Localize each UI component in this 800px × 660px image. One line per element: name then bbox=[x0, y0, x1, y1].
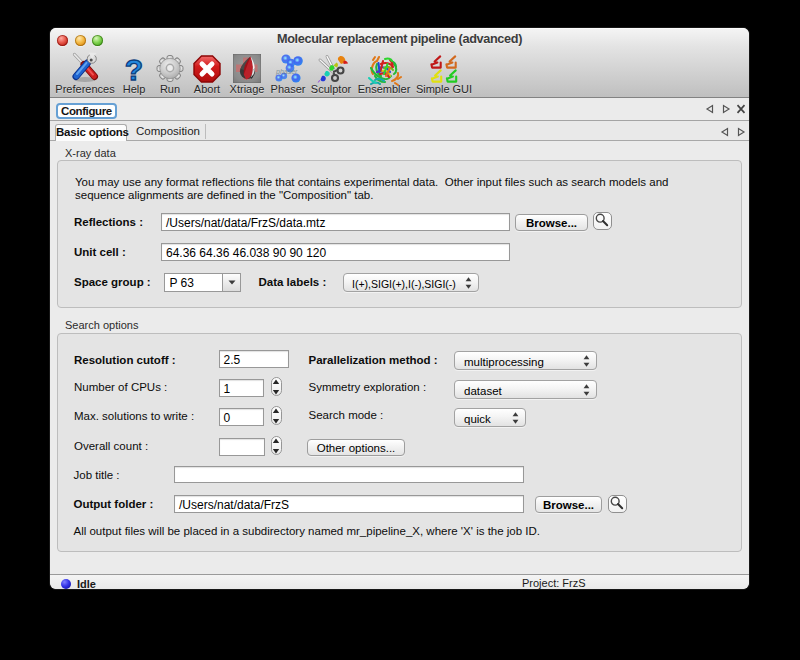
svg-text:?: ? bbox=[125, 54, 143, 86]
svg-text:phaser: phaser bbox=[275, 68, 298, 76]
